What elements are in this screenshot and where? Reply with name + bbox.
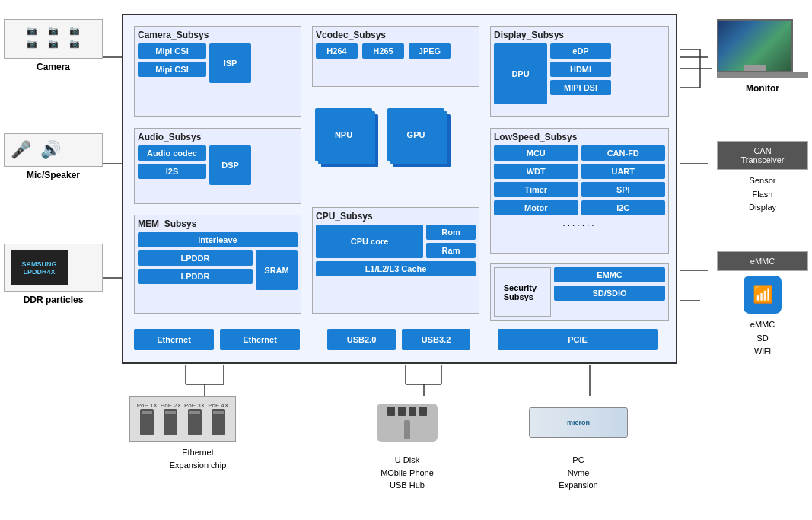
gpu-block: GPU xyxy=(387,108,444,161)
ethernet-exp-line1: Ethernet xyxy=(129,446,266,459)
camera-device: 📷 📷 📷 📷 📷 📷 Camera xyxy=(4,19,103,72)
ethernet-expansion-label: Ethernet Expansion chip xyxy=(129,446,266,471)
can-box: CANTransceiver xyxy=(717,141,808,170)
sdsdio-block: SD/SDIO xyxy=(554,286,665,301)
camera-icon-6: 📷 xyxy=(65,39,84,49)
npu-stack: NPU xyxy=(315,108,372,177)
npugpu-area: NPU GPU xyxy=(312,97,479,196)
canfd-block: CAN-FD xyxy=(581,145,666,161)
camera-label: Camera xyxy=(4,62,103,72)
udisk-line3: USB Hub xyxy=(361,479,453,492)
security-subsys-title: Security_Subsys xyxy=(494,267,551,317)
ssd-image: micron xyxy=(529,407,628,438)
ethernet-exp-line2: Expansion chip xyxy=(129,459,266,472)
monitor-device: Monitor xyxy=(717,19,808,94)
h265-block: H265 xyxy=(362,43,404,59)
isp-block: ISP xyxy=(209,43,251,83)
timer-block: Timer xyxy=(494,182,578,197)
can-sub-items: Sensor Flash Display xyxy=(717,174,808,215)
i2c-block: I2C xyxy=(581,200,666,215)
uart-block: UART xyxy=(581,164,666,179)
dots: ....... xyxy=(494,218,665,228)
camera-icon-5: 📷 xyxy=(44,39,62,49)
mipi-csi-2: Mipi CSI xyxy=(138,62,206,77)
udisk-label: U Disk MObile Phone USB Hub xyxy=(361,454,453,492)
samsung-label: SAMSUNG xyxy=(21,260,56,268)
display-subsys: Display_Subsys DPU eDP HDMI MIPI DSI xyxy=(490,26,669,117)
hdmi-block: HDMI xyxy=(550,62,611,77)
vcodec-subsys: Vcodec_Subsys H264 H265 JPEG xyxy=(312,26,479,87)
lpddr-label: LPDDR4X xyxy=(23,268,55,276)
emmc-sub-items: eMMC SD WiFi xyxy=(717,318,808,359)
display-subsys-title: Display_Subsys xyxy=(494,30,665,40)
camera-icon-3: 📷 xyxy=(65,26,84,36)
edp-block: eDP xyxy=(550,43,611,59)
monitor-label: Monitor xyxy=(717,83,808,94)
audio-subsys: Audio_Subsys Audio codec I2S DSP xyxy=(134,128,301,204)
dsp-block: DSP xyxy=(209,145,251,185)
monitor-display xyxy=(717,19,793,72)
can-device: CANTransceiver Sensor Flash Display xyxy=(717,141,808,215)
pcnvme-line2: Nvme xyxy=(517,467,639,480)
h264-block: H264 xyxy=(316,43,358,59)
mcu-block: MCU xyxy=(494,145,578,161)
pcnvme-line3: Expansion xyxy=(517,479,639,492)
mic-icon: 🎤 xyxy=(11,140,31,160)
i2s-block: I2S xyxy=(138,164,206,179)
camera-icon-2: 📷 xyxy=(44,26,62,36)
jpeg-block: JPEG xyxy=(409,43,451,59)
camera-icon-4: 📷 xyxy=(23,39,41,49)
camera-icon-1: 📷 xyxy=(23,26,41,36)
audio-codec-block: Audio codec xyxy=(138,145,206,161)
wdt-block: WDT xyxy=(494,164,578,179)
spi-block: SPI xyxy=(581,182,666,197)
camera-subsys: Camera_Subsys Mipi CSI Mipi CSI ISP xyxy=(134,26,301,117)
lowspeed-subsys-title: LowSpeed_Subsys xyxy=(494,132,665,142)
lpddr-1-block: LPDDR xyxy=(138,250,253,266)
emmc-box: eMMC xyxy=(717,251,808,271)
audio-subsys-title: Audio_Subsys xyxy=(138,132,298,142)
ddr-label: DDR particles xyxy=(4,295,103,305)
npu-block: NPU xyxy=(315,108,372,161)
lowspeed-subsys: LowSpeed_Subsys MCU CAN-FD WDT UART Time… xyxy=(490,128,669,254)
pcie-block: PCIE xyxy=(498,329,658,350)
pcnvme-label: PC Nvme Expansion xyxy=(517,454,639,492)
ethernet-expansion-device: PoE 1X PoE 2X PoE 3X PoE 4X Ethernet xyxy=(129,396,266,471)
emmc-block: EMMC xyxy=(554,267,665,282)
usb2-block: USB2.0 xyxy=(327,329,396,350)
security-subsys: Security_Subsys EMMC SD/SDIO xyxy=(490,263,669,321)
pcnvme-line1: PC xyxy=(517,454,639,467)
emmc-label: eMMC xyxy=(717,318,808,332)
lpddr-2-block: LPDDR xyxy=(138,269,253,284)
display-label: Display xyxy=(717,201,808,215)
camera-subsys-title: Camera_Subsys xyxy=(138,30,298,40)
mic-speaker-label: Mic/Speaker xyxy=(4,170,103,180)
emmc-device: eMMC 📶 eMMC SD WiFi xyxy=(717,251,808,359)
vcodec-subsys-title: Vcodec_Subsys xyxy=(316,30,476,40)
usb3-block: USB3.2 xyxy=(402,329,470,350)
cpu-core-block: CPU core xyxy=(316,225,423,258)
ddr-device: SAMSUNG LPDDR4X DDR particles xyxy=(4,244,103,305)
speaker-icon: 🔊 xyxy=(40,140,61,160)
sram-block: SRAM xyxy=(256,250,298,290)
cpu-subsys-title: CPU_Subsys xyxy=(316,211,476,222)
bottom-interface-bar: Ethernet Ethernet USB2.0 USB3.2 PCIE xyxy=(134,329,669,350)
mic-speaker-device: 🎤 🔊 Mic/Speaker xyxy=(4,133,103,180)
rom-block: Rom xyxy=(426,225,476,240)
udisk-device: U Disk MObile Phone USB Hub xyxy=(361,396,453,492)
gpu-stack: GPU xyxy=(387,108,444,177)
wifi-icon: 📶 xyxy=(744,276,782,314)
samsung-chip: SAMSUNG LPDDR4X xyxy=(11,250,68,285)
flash-label: Flash xyxy=(717,188,808,202)
mem-subsys-title: MEM_Subsys xyxy=(138,219,298,229)
udisk-line1: U Disk xyxy=(361,454,453,467)
mipi-dsi-block: MIPI DSI xyxy=(550,80,611,95)
interleave-block: Interleave xyxy=(138,232,298,247)
mem-subsys: MEM_Subsys Interleave LPDDR LPDDR SRAM xyxy=(134,215,301,314)
usb-hub-image xyxy=(377,404,438,442)
dpu-block: DPU xyxy=(494,43,547,104)
ram-block: Ram xyxy=(426,243,476,258)
diagram: 📷 📷 📷 📷 📷 📷 Camera 🎤 🔊 Mic/Speaker SAMSU… xyxy=(0,0,812,520)
motor-block: Motor xyxy=(494,200,578,215)
sensor-label: Sensor xyxy=(717,174,808,188)
